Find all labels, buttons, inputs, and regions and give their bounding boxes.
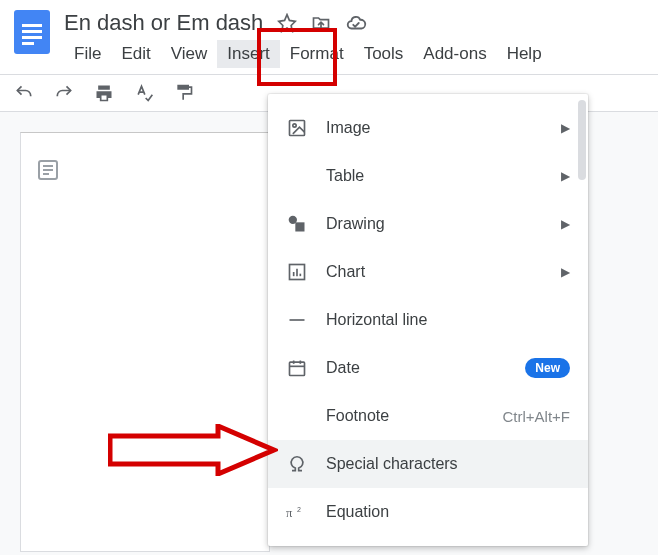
chart-icon (286, 261, 308, 283)
menu-item-image[interactable]: Image ▶ (268, 104, 588, 152)
outline-icon[interactable] (36, 158, 60, 186)
chevron-right-icon: ▶ (561, 169, 570, 183)
menu-view[interactable]: View (161, 40, 218, 68)
menu-item-chart[interactable]: Chart ▶ (268, 248, 588, 296)
menu-label: Table (326, 167, 543, 185)
menu-item-footnote[interactable]: Footnote Ctrl+Alt+F (268, 392, 588, 440)
menu-format[interactable]: Format (280, 40, 354, 68)
drawing-icon (286, 213, 308, 235)
document-page[interactable] (20, 132, 270, 552)
svg-rect-1 (22, 24, 42, 27)
svg-rect-2 (22, 30, 42, 33)
undo-icon[interactable] (14, 83, 34, 103)
new-badge: New (525, 358, 570, 378)
horizontal-line-icon (286, 309, 308, 331)
menu-addons[interactable]: Add-ons (413, 40, 496, 68)
chevron-right-icon: ▶ (561, 121, 570, 135)
svg-rect-9 (290, 121, 305, 136)
image-icon (286, 117, 308, 139)
move-icon[interactable] (311, 13, 331, 33)
equation-icon: π2 (286, 501, 308, 523)
scrollbar[interactable] (578, 100, 586, 180)
menu-item-horizontal-line[interactable]: Horizontal line (268, 296, 588, 344)
menu-tools[interactable]: Tools (354, 40, 414, 68)
shortcut-text: Ctrl+Alt+F (502, 408, 570, 425)
blank-icon (286, 165, 308, 187)
menubar: File Edit View Insert Format Tools Add-o… (64, 40, 646, 68)
menu-label: Drawing (326, 215, 543, 233)
menu-label: Date (326, 359, 507, 377)
menu-item-date[interactable]: Date New (268, 344, 588, 392)
svg-rect-3 (22, 36, 42, 39)
paint-format-icon[interactable] (174, 83, 194, 103)
chevron-right-icon: ▶ (561, 265, 570, 279)
menu-help[interactable]: Help (497, 40, 552, 68)
menu-item-special-characters[interactable]: Special characters (268, 440, 588, 488)
calendar-icon (286, 357, 308, 379)
redo-icon[interactable] (54, 83, 74, 103)
svg-rect-12 (295, 222, 304, 231)
menu-label: Horizontal line (326, 311, 570, 329)
menu-label: Image (326, 119, 543, 137)
insert-dropdown: Image ▶ Table ▶ Drawing ▶ Chart ▶ Horizo… (268, 94, 588, 546)
document-title[interactable]: En dash or Em dash (64, 10, 263, 36)
svg-text:2: 2 (297, 506, 301, 513)
menu-item-equation[interactable]: π2 Equation (268, 488, 588, 536)
menu-insert[interactable]: Insert (217, 40, 280, 68)
menu-label: Equation (326, 503, 570, 521)
menu-file[interactable]: File (64, 40, 111, 68)
menu-item-table[interactable]: Table ▶ (268, 152, 588, 200)
svg-rect-4 (22, 42, 34, 45)
svg-rect-18 (290, 362, 305, 375)
print-icon[interactable] (94, 83, 114, 103)
docs-logo[interactable] (12, 8, 52, 56)
spellcheck-icon[interactable] (134, 83, 154, 103)
omega-icon (286, 453, 308, 475)
menu-edit[interactable]: Edit (111, 40, 160, 68)
chevron-right-icon: ▶ (561, 217, 570, 231)
menu-label: Special characters (326, 455, 570, 473)
menu-item-drawing[interactable]: Drawing ▶ (268, 200, 588, 248)
svg-point-10 (293, 124, 296, 127)
star-icon[interactable] (277, 13, 297, 33)
menu-label: Footnote (326, 407, 484, 425)
menu-label: Chart (326, 263, 543, 281)
blank-icon (286, 405, 308, 427)
cloud-status-icon[interactable] (345, 12, 367, 34)
svg-text:π: π (286, 506, 293, 520)
